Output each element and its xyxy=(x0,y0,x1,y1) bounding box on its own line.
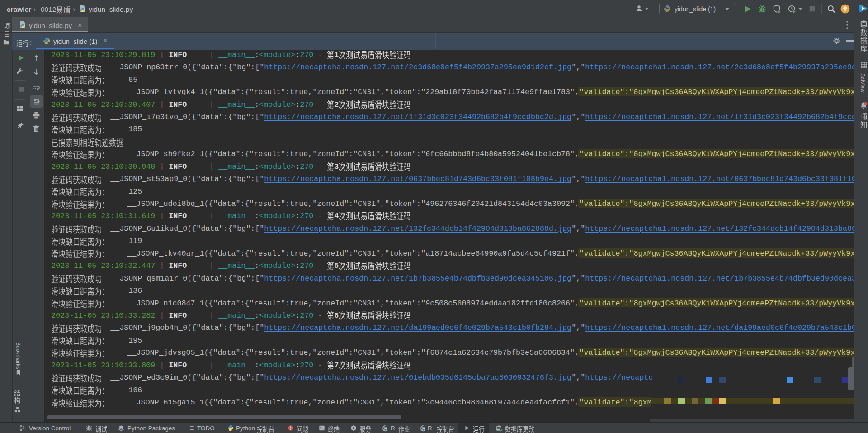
svg-text:R: R xyxy=(384,426,388,431)
svg-text:R: R xyxy=(422,426,426,431)
